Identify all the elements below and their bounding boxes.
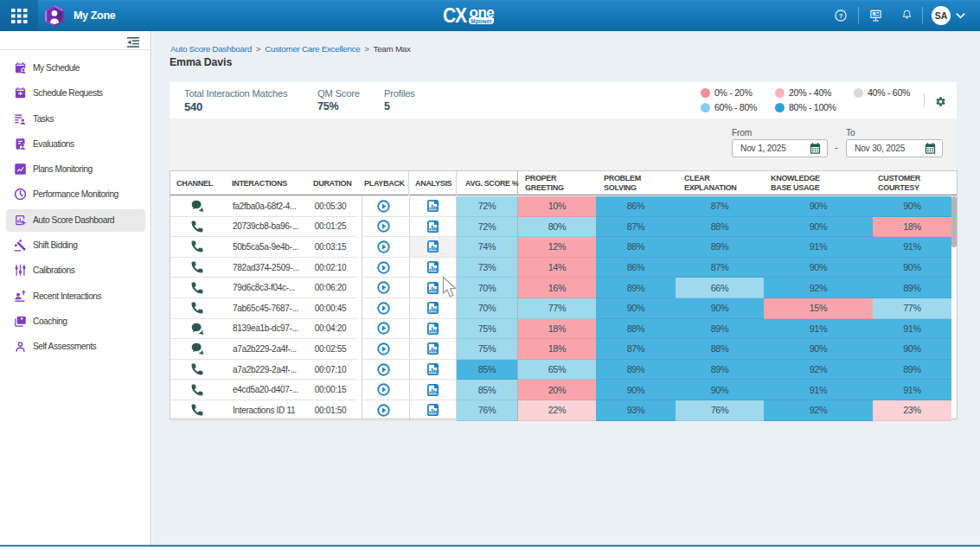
svg-text:?: ?	[839, 12, 843, 20]
